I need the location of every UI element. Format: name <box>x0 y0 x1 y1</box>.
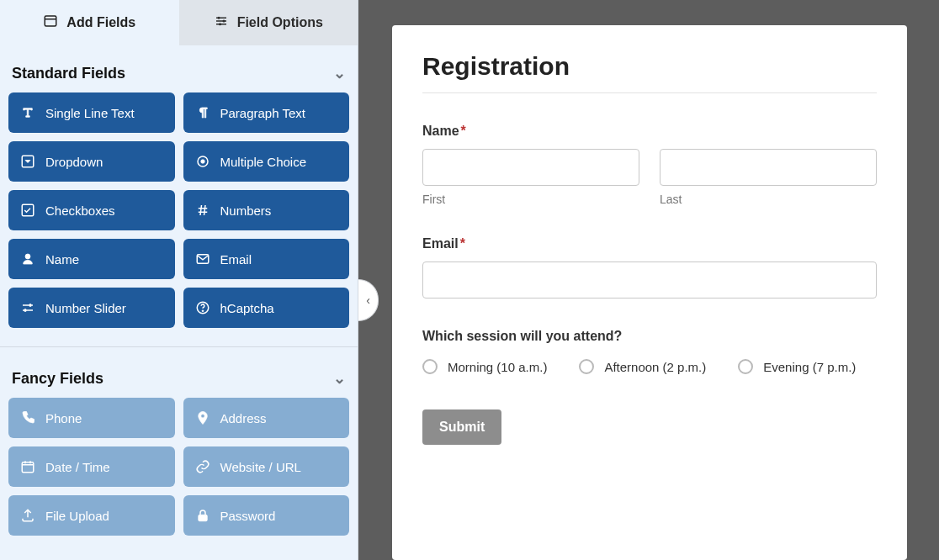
session-option-label: Morning (10 a.m.) <box>448 360 547 374</box>
field-multiple-choice[interactable]: Multiple Choice <box>183 141 350 182</box>
session-option-0[interactable]: Morning (10 a.m.) <box>422 359 547 374</box>
field-single-line-text[interactable]: Single Line Text <box>8 92 175 133</box>
options-icon <box>214 13 229 32</box>
form-preview-area: Registration Name* First Last Email* <box>358 0 939 560</box>
field-file-upload[interactable]: File Upload <box>8 495 175 536</box>
field-checkboxes[interactable]: Checkboxes <box>8 190 175 230</box>
session-option-2[interactable]: Evening (7 p.m.) <box>738 359 856 374</box>
first-name-sublabel: First <box>422 193 639 206</box>
user-icon <box>20 251 35 267</box>
field-hcaptcha[interactable]: hCaptcha <box>183 288 350 328</box>
section-fancy-fields[interactable]: Fancy Fields ⌄ <box>8 351 349 398</box>
first-name-input[interactable] <box>422 149 639 186</box>
radio-icon <box>195 154 210 169</box>
form-preview[interactable]: Registration Name* First Last Email* <box>392 25 907 560</box>
form-title: Registration <box>422 52 877 81</box>
tab-add-fields-label: Add Fields <box>66 15 135 30</box>
text-t-icon <box>20 105 35 120</box>
field-label: Phone <box>45 411 82 425</box>
session-option-1[interactable]: Afternoon (2 p.m.) <box>579 359 706 374</box>
submit-button[interactable]: Submit <box>422 409 501 445</box>
field-label: Dropdown <box>45 155 103 169</box>
chevron-left-icon: ‹ <box>366 293 370 307</box>
title-divider <box>422 92 877 93</box>
field-paragraph-text[interactable]: Paragraph Text <box>183 92 350 133</box>
session-option-label: Evening (7 p.m.) <box>763 360 856 374</box>
field-label: Address <box>220 411 267 425</box>
tab-field-options[interactable]: Field Options <box>179 0 358 45</box>
pilcrow-icon <box>195 105 210 120</box>
radio-icon <box>422 359 438 374</box>
required-asterisk: * <box>461 124 466 138</box>
sliders-icon <box>20 300 35 315</box>
field-label: Paragraph Text <box>220 106 305 120</box>
calendar-icon <box>20 459 35 474</box>
field-numbers[interactable]: Numbers <box>183 190 350 230</box>
field-dropdown[interactable]: Dropdown <box>8 141 175 182</box>
upload-icon <box>20 508 35 523</box>
field-phone[interactable]: Phone <box>8 398 175 438</box>
email-label: Email* <box>422 236 877 251</box>
field-email[interactable]: Email <box>183 239 350 279</box>
session-options: Morning (10 a.m.)Afternoon (2 p.m.)Eveni… <box>422 359 877 374</box>
help-icon <box>195 300 210 315</box>
sidebar-tabs: Add Fields Field Options <box>0 0 358 45</box>
hash-icon <box>195 203 210 218</box>
required-asterisk: * <box>460 236 465 251</box>
email-input[interactable] <box>422 262 877 298</box>
field-label: Name <box>45 252 79 267</box>
field-label: Multiple Choice <box>220 155 307 169</box>
field-label: Numbers <box>220 203 272 218</box>
phone-icon <box>20 410 35 425</box>
field-name[interactable]: Name <box>8 239 175 279</box>
section-divider <box>0 346 358 347</box>
field-password[interactable]: Password <box>183 495 350 536</box>
field-label: hCaptcha <box>220 301 274 315</box>
chevron-down-icon: ⌄ <box>333 369 346 388</box>
field-label: Password <box>220 509 276 523</box>
tab-add-fields[interactable]: Add Fields <box>0 0 179 45</box>
check-square-icon <box>20 203 35 218</box>
lock-icon <box>195 508 210 523</box>
chevron-down-icon: ⌄ <box>333 64 346 82</box>
link-icon <box>195 459 210 474</box>
caret-square-icon <box>20 154 35 169</box>
field-label: Website / URL <box>220 460 301 474</box>
form-icon <box>43 13 58 32</box>
field-number-slider[interactable]: Number Slider <box>8 288 175 328</box>
section-fancy-label: Fancy Fields <box>12 370 103 388</box>
pin-icon <box>195 410 210 425</box>
field-label: File Upload <box>45 509 109 523</box>
name-label: Name* <box>422 124 877 139</box>
field-label: Email <box>220 252 252 267</box>
field-label: Single Line Text <box>45 106 135 120</box>
field-address[interactable]: Address <box>183 398 350 438</box>
radio-icon <box>738 359 753 374</box>
section-standard-label: Standard Fields <box>12 65 125 82</box>
builder-sidebar: Add Fields Field Options Standard Fields… <box>0 0 358 560</box>
section-standard-fields[interactable]: Standard Fields ⌄ <box>8 45 349 92</box>
fancy-fields-grid: PhoneAddressDate / TimeWebsite / URLFile… <box>8 398 349 551</box>
last-name-input[interactable] <box>660 149 877 186</box>
name-row: First Last <box>422 149 877 206</box>
standard-fields-grid: Single Line TextParagraph TextDropdownMu… <box>8 92 349 343</box>
radio-icon <box>579 359 594 374</box>
field-label: Checkboxes <box>45 203 115 218</box>
field-label: Date / Time <box>45 460 110 474</box>
session-option-label: Afternoon (2 p.m.) <box>604 360 706 374</box>
field-website-url[interactable]: Website / URL <box>183 446 350 487</box>
field-date-time[interactable]: Date / Time <box>8 446 175 487</box>
tab-field-options-label: Field Options <box>237 15 323 30</box>
last-name-sublabel: Last <box>660 193 877 206</box>
field-label: Number Slider <box>45 301 126 315</box>
session-label: Which session will you attend? <box>422 329 877 344</box>
mail-icon <box>195 251 210 267</box>
